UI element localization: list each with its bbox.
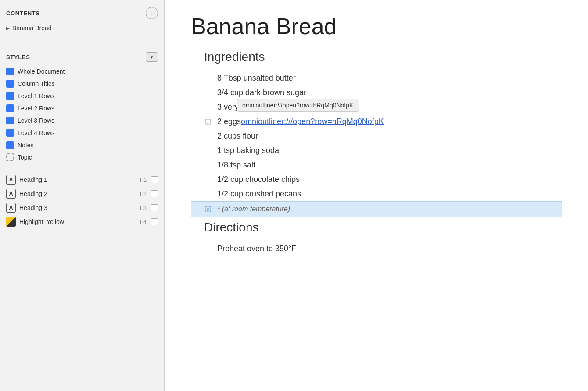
tree-item-label: Banana Bread (12, 25, 52, 32)
style-item-label: Notes (18, 142, 34, 149)
heading-checkbox[interactable] (151, 176, 158, 183)
main-content: Banana Bread Ingredients 8 Tbsp unsalted… (165, 0, 588, 391)
heading-shortcut: F3 (140, 205, 147, 211)
styles-dropdown-button[interactable]: ▾ (146, 52, 158, 62)
heading-checkbox[interactable] (151, 190, 158, 197)
content-inner: Banana Bread Ingredients 8 Tbsp unsalted… (165, 0, 588, 274)
row-text: 2 cups flour (217, 132, 258, 141)
table-row: 1/2 cup chocolate chips (191, 172, 562, 187)
style-icon-blue (6, 129, 14, 137)
row-handle-icon (204, 118, 212, 126)
ingredients-heading: Ingredients (191, 50, 562, 64)
table-row: 2 cups flour (191, 129, 562, 143)
table-row: 3/4 cup dark brown sugar (191, 85, 562, 100)
tree-item-banana-bread[interactable]: ▶ Banana Bread (6, 24, 158, 32)
table-row: 8 Tbsp unsalted butter (191, 71, 562, 85)
style-icon-blue (6, 117, 14, 124)
style-icon-blue (6, 80, 14, 88)
table-row: 3 very r (191, 100, 562, 114)
style-item-column-titles[interactable]: Column Titles (4, 78, 160, 90)
style-item-label: Column Titles (18, 80, 55, 87)
heading-checkbox[interactable] (151, 204, 158, 211)
heading-shortcut: F2 (140, 191, 147, 197)
heading-item-label: Heading 2 (19, 190, 140, 197)
tree-arrow: ▶ (6, 26, 10, 31)
row-text: 1 tsp baking soda (217, 146, 279, 155)
style-item-level3-rows[interactable]: Level 3 Rows (4, 114, 160, 127)
sidebar: CONTENTS ⌕ ▶ Banana Bread STYLES ▾ Whole… (0, 0, 165, 391)
heading-item-2[interactable]: A Heading 2 F2 (4, 187, 160, 201)
note-text: * (at room temperature) (217, 205, 290, 213)
heading-item-label: Heading 3 (19, 204, 140, 211)
heading-item-3[interactable]: A Heading 3 F3 (4, 201, 160, 215)
style-item-topic[interactable]: Topic (4, 151, 160, 164)
row-text: 8 Tbsp unsalted butter (217, 74, 296, 83)
style-item-whole-document[interactable]: Whole Document (4, 65, 160, 78)
style-icon-blue (6, 68, 14, 75)
style-item-label: Whole Document (18, 68, 65, 75)
row-text-prefix: 2 eggs (217, 117, 241, 126)
heading-icon-a: A (6, 189, 16, 199)
style-item-label: Level 4 Rows (18, 129, 54, 136)
style-icon-blue (6, 104, 14, 112)
styles-headings-divider (4, 168, 160, 168)
heading-icon-a: A (6, 175, 16, 185)
style-item-label: Level 2 Rows (18, 105, 54, 112)
document-title: Banana Bread (191, 13, 562, 39)
heading-icon-a: A (6, 203, 16, 213)
style-icon-blue (6, 92, 14, 100)
heading-item-label: Heading 1 (19, 176, 140, 183)
style-icon-blue (6, 141, 14, 149)
style-item-label: Level 3 Rows (18, 117, 54, 124)
styles-header: STYLES ▾ (0, 47, 164, 65)
heading-checkbox[interactable] (151, 218, 158, 225)
ingredients-section: Ingredients 8 Tbsp unsalted butter 3/4 c… (191, 50, 562, 217)
style-icon-dashed (6, 153, 14, 161)
contents-styles-divider (0, 43, 164, 43)
note-row: * (at room temperature) (191, 201, 562, 217)
row-text: 3/4 cup dark brown sugar (217, 88, 306, 97)
heading-items: A Heading 1 F1 A Heading 2 F2 A Heading … (0, 173, 164, 229)
contents-label: CONTENTS (6, 10, 40, 17)
omni-link[interactable]: omnioutliner:///open?row=hRqMq0NofpK (241, 117, 384, 126)
style-item-label: Level 1 Rows (18, 92, 54, 100)
heading-shortcut: F1 (140, 177, 147, 183)
styles-label: STYLES (6, 54, 30, 60)
contents-header: CONTENTS ⌕ (0, 0, 164, 24)
heading-item-highlight-yellow[interactable]: Highlight: Yellow F4 (4, 215, 160, 229)
style-item-notes[interactable]: Notes (4, 139, 160, 151)
heading-item-1[interactable]: A Heading 1 F1 (4, 173, 160, 187)
row-text: 1/8 tsp salt (217, 160, 255, 170)
heading-shortcut: F4 (140, 219, 147, 225)
row-text: 1/2 cup chocolate chips (217, 175, 300, 184)
heading-item-label: Highlight: Yellow (19, 218, 140, 225)
table-row: 1/2 cup crushed pecans (191, 187, 562, 201)
style-item-level2-rows[interactable]: Level 2 Rows (4, 102, 160, 114)
row-text: 3 very r (217, 103, 244, 112)
table-row: Preheat oven to 350°F (191, 242, 562, 256)
style-item-label: Topic (18, 154, 32, 161)
highlight-yellow-icon (6, 217, 16, 227)
table-row: 1/8 tsp salt (191, 158, 562, 172)
table-row: 1 tsp baking soda (191, 143, 562, 158)
row-text: 1/2 cup crushed pecans (217, 189, 301, 199)
row-text: Preheat oven to 350°F (217, 244, 296, 253)
style-item-level4-rows[interactable]: Level 4 Rows (4, 127, 160, 139)
tooltip-container: omnioutliner:///open?row=hRqMq0NofpK omn… (241, 117, 384, 126)
note-row-icon (204, 205, 212, 213)
directions-section: Directions Preheat oven to 350°F (191, 220, 562, 256)
directions-heading: Directions (191, 220, 562, 235)
contents-tree: ▶ Banana Bread (0, 24, 164, 39)
search-icon[interactable]: ⌕ (146, 7, 158, 19)
style-item-level1-rows[interactable]: Level 1 Rows (4, 90, 160, 102)
table-row: 2 eggs omnioutliner:///open?row=hRqMq0No… (191, 114, 562, 129)
styles-list: Whole Document Column Titles Level 1 Row… (0, 65, 164, 164)
